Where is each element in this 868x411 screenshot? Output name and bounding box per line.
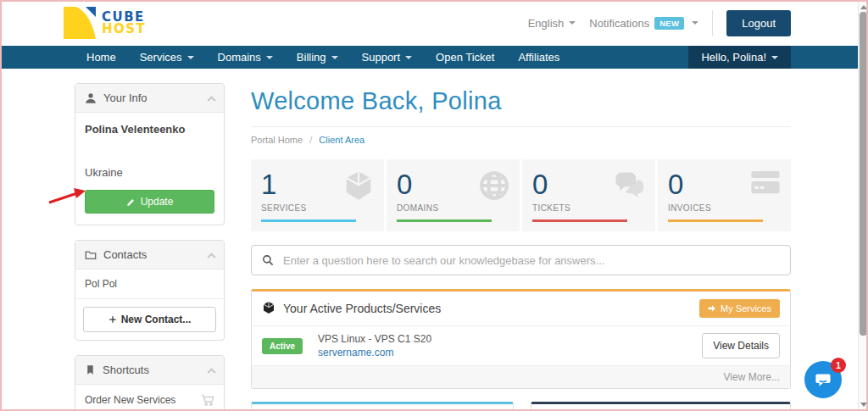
services-renewing-panel: Services Renewing Soon Renew Now You hav…	[531, 402, 791, 411]
chevron-down-icon	[405, 56, 412, 63]
logo-mark-icon	[64, 7, 96, 39]
service-row[interactable]: Active VPS Linux - VPS C1 S20 servername…	[252, 325, 790, 365]
stat-services[interactable]: 1 SERVICES	[251, 159, 384, 231]
your-info-title: Your Info	[103, 92, 147, 104]
chevron-up-icon	[208, 253, 216, 261]
arrow-right-icon	[708, 304, 716, 313]
comments-icon	[614, 169, 646, 205]
globe-icon	[478, 169, 510, 205]
language-dropdown[interactable]: English	[528, 17, 576, 30]
invoices-accent-bar	[668, 219, 763, 222]
cart-icon	[201, 393, 214, 407]
your-info-header[interactable]: Your Info	[75, 84, 224, 113]
shortcuts-panel: Shortcuts Order New Services Register a …	[75, 355, 225, 411]
shortcuts-title: Shortcuts	[103, 364, 149, 376]
chevron-down-icon	[692, 21, 698, 28]
chevron-down-icon	[331, 56, 338, 63]
stat-invoices[interactable]: 0 INVOICES	[658, 159, 791, 231]
notifications-dropdown[interactable]: Notifications NEW	[589, 17, 698, 30]
status-badge: Active	[262, 338, 303, 354]
product-name: VPS Linux - VPS C1 S20	[318, 333, 431, 345]
greeting-label: Hello, Polina!	[701, 51, 766, 64]
bookmark-icon	[85, 364, 96, 375]
chat-bubble-icon	[813, 369, 833, 390]
plus-icon	[108, 315, 117, 324]
nav-item-support[interactable]: Support	[350, 46, 425, 69]
scrollbar-thumb[interactable]	[860, 12, 867, 336]
breadcrumb-client-area[interactable]: Client Area	[319, 135, 364, 145]
chat-launcher[interactable]: 1	[804, 361, 842, 398]
chevron-up-icon	[208, 96, 216, 104]
chevron-down-icon	[569, 21, 576, 28]
search-icon	[262, 254, 274, 266]
logout-button[interactable]: Logout	[726, 10, 791, 36]
language-label: English	[528, 17, 565, 30]
logo-text: CUBE HOST	[102, 11, 146, 36]
breadcrumb-portal-home[interactable]: Portal Home	[251, 135, 303, 145]
cube-icon	[262, 301, 275, 317]
update-button[interactable]: Update	[85, 190, 214, 214]
chevron-up-icon	[208, 368, 216, 376]
stat-domains[interactable]: 0 DOMAINS	[387, 159, 520, 231]
top-header: CUBE HOST English Notifications NEW Logo…	[0, 0, 868, 46]
view-details-button[interactable]: View Details	[702, 333, 780, 358]
search-input[interactable]	[281, 253, 780, 268]
contacts-title: Contacts	[103, 248, 147, 261]
cloud-hosting-panel: Cloud Hosting	[251, 402, 514, 411]
new-badge: NEW	[654, 17, 684, 30]
chevron-down-icon	[266, 56, 273, 63]
view-more-link[interactable]: View More...	[724, 371, 780, 383]
stats-row: 1 SERVICES 0 DOMAINS 0 TICKETS	[251, 159, 791, 231]
stat-tickets[interactable]: 0 TICKETS	[522, 159, 655, 231]
active-products-title: Your Active Products/Services	[283, 302, 441, 315]
services-accent-bar	[261, 219, 356, 222]
contacts-panel: Contacts Pol Pol New Contact...	[75, 240, 225, 341]
cubehost-logo[interactable]: CUBE HOST	[64, 7, 146, 39]
nav-item-services[interactable]: Services	[128, 46, 206, 69]
chat-unread-badge: 1	[831, 358, 846, 373]
notifications-label: Notifications	[589, 17, 649, 30]
your-info-panel: Your Info Polina Velenteenko Ukraine Upd…	[75, 83, 225, 225]
shortcuts-header[interactable]: Shortcuts	[75, 356, 224, 385]
nav-item-open-ticket[interactable]: Open Ticket	[424, 46, 506, 69]
client-name: Polina Velenteenko	[85, 123, 214, 136]
scroll-down-arrow[interactable]	[859, 399, 868, 409]
breadcrumb-separator: /	[309, 135, 312, 145]
chevron-down-icon	[187, 56, 194, 63]
invoices-label: INVOICES	[668, 203, 781, 213]
domains-accent-bar	[397, 219, 492, 222]
user-icon	[85, 92, 97, 104]
new-contact-button[interactable]: New Contact...	[83, 307, 216, 332]
main-navbar: Home Services Domains Billing Support Op…	[0, 46, 868, 69]
scroll-up-arrow[interactable]	[859, 2, 868, 12]
pencil-icon	[126, 197, 136, 207]
contact-item[interactable]: Pol Pol	[75, 269, 224, 299]
user-greeting-dropdown[interactable]: Hello, Polina!	[688, 46, 791, 69]
client-country: Ukraine	[85, 166, 214, 179]
active-products-panel: Your Active Products/Services My Service…	[251, 289, 791, 389]
folder-icon	[85, 249, 97, 261]
nav-item-billing[interactable]: Billing	[285, 46, 350, 69]
page-title: Welcome Back, Polina	[251, 83, 791, 127]
product-domain-link[interactable]: servername.com	[318, 347, 431, 358]
knowledgebase-search	[251, 245, 791, 275]
credit-card-icon	[749, 169, 782, 198]
nav-item-affiliates[interactable]: Affiliates	[506, 46, 571, 69]
tickets-accent-bar	[532, 219, 627, 222]
my-services-button[interactable]: My Services	[699, 299, 780, 318]
logo-line2: HOST	[102, 23, 146, 35]
header-divider	[712, 10, 713, 36]
shortcut-order-services[interactable]: Order New Services	[75, 385, 224, 411]
sidebar: Your Info Polina Velenteenko Ukraine Upd…	[75, 83, 225, 411]
breadcrumb: Portal Home / Client Area	[251, 135, 791, 145]
nav-item-home[interactable]: Home	[75, 46, 128, 69]
contacts-header[interactable]: Contacts	[75, 241, 224, 269]
cube-icon	[342, 169, 375, 205]
nav-item-domains[interactable]: Domains	[206, 46, 285, 69]
vertical-scrollbar	[858, 0, 868, 411]
chevron-down-icon	[771, 56, 778, 63]
